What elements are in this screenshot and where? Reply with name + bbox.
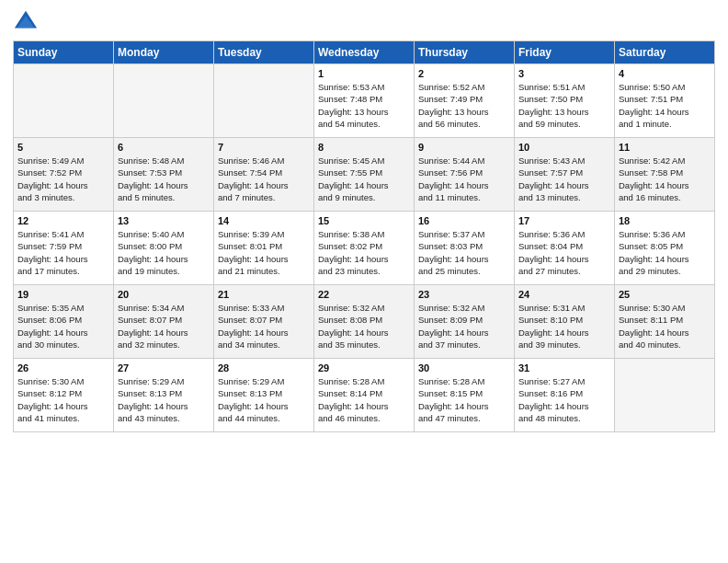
day-cell: 27Sunrise: 5:29 AMSunset: 8:13 PMDayligh… [114,359,214,432]
week-row: 12Sunrise: 5:41 AMSunset: 7:59 PMDayligh… [14,212,715,285]
day-cell [615,359,715,432]
day-info: Sunrise: 5:30 AMSunset: 8:11 PMDaylight:… [619,302,711,350]
day-number: 7 [218,142,310,153]
day-info: Sunrise: 5:35 AMSunset: 8:06 PMDaylight:… [17,302,109,350]
day-cell: 7Sunrise: 5:46 AMSunset: 7:54 PMDaylight… [214,138,314,212]
day-number: 12 [17,215,109,226]
day-number: 3 [518,68,610,79]
day-number: 4 [619,68,711,79]
day-cell [14,64,114,138]
calendar-header: SundayMondayTuesdayWednesdayThursdayFrid… [14,41,715,64]
day-of-week-wednesday: Wednesday [314,41,415,64]
day-number: 21 [218,289,310,300]
day-of-week-thursday: Thursday [415,41,515,64]
day-cell: 30Sunrise: 5:28 AMSunset: 8:15 PMDayligh… [415,359,515,432]
day-cell: 19Sunrise: 5:35 AMSunset: 8:06 PMDayligh… [14,285,114,359]
day-info: Sunrise: 5:36 AMSunset: 8:05 PMDaylight:… [619,228,711,277]
day-cell: 11Sunrise: 5:42 AMSunset: 7:58 PMDayligh… [615,138,715,212]
day-number: 27 [118,362,210,373]
day-info: Sunrise: 5:52 AMSunset: 7:49 PMDaylight:… [418,81,510,130]
day-of-week-tuesday: Tuesday [214,41,314,64]
day-cell: 14Sunrise: 5:39 AMSunset: 8:01 PMDayligh… [214,212,314,285]
day-number: 5 [17,142,109,153]
day-cell: 18Sunrise: 5:36 AMSunset: 8:05 PMDayligh… [615,212,715,285]
day-number: 15 [318,215,410,226]
day-info: Sunrise: 5:42 AMSunset: 7:58 PMDaylight:… [619,155,711,203]
day-cell: 2Sunrise: 5:52 AMSunset: 7:49 PMDaylight… [415,64,515,138]
day-cell: 16Sunrise: 5:37 AMSunset: 8:03 PMDayligh… [415,212,515,285]
day-number: 25 [619,289,711,300]
day-number: 10 [518,142,610,153]
day-of-week-sunday: Sunday [14,41,114,64]
day-cell: 10Sunrise: 5:43 AMSunset: 7:57 PMDayligh… [515,138,615,212]
day-cell: 1Sunrise: 5:53 AMSunset: 7:48 PMDaylight… [314,64,415,138]
day-number: 13 [118,215,210,226]
day-info: Sunrise: 5:40 AMSunset: 8:00 PMDaylight:… [118,228,210,277]
day-cell: 28Sunrise: 5:29 AMSunset: 8:13 PMDayligh… [214,359,314,432]
week-row: 19Sunrise: 5:35 AMSunset: 8:06 PMDayligh… [14,285,715,359]
day-info: Sunrise: 5:38 AMSunset: 8:02 PMDaylight:… [318,228,410,277]
day-number: 16 [418,215,510,226]
day-number: 17 [518,215,610,226]
day-of-week-monday: Monday [114,41,214,64]
day-number: 2 [418,68,510,79]
day-info: Sunrise: 5:45 AMSunset: 7:55 PMDaylight:… [318,155,410,203]
day-info: Sunrise: 5:46 AMSunset: 7:54 PMDaylight:… [218,155,310,203]
calendar-body: 1Sunrise: 5:53 AMSunset: 7:48 PMDaylight… [14,64,715,432]
day-cell: 26Sunrise: 5:30 AMSunset: 8:12 PMDayligh… [14,359,114,432]
day-info: Sunrise: 5:48 AMSunset: 7:53 PMDaylight:… [118,155,210,203]
day-info: Sunrise: 5:29 AMSunset: 8:13 PMDaylight:… [118,375,210,424]
week-row: 26Sunrise: 5:30 AMSunset: 8:12 PMDayligh… [14,359,715,432]
day-cell: 3Sunrise: 5:51 AMSunset: 7:50 PMDaylight… [515,64,615,138]
day-info: Sunrise: 5:43 AMSunset: 7:57 PMDaylight:… [518,155,610,203]
day-info: Sunrise: 5:30 AMSunset: 8:12 PMDaylight:… [17,375,109,424]
page: SundayMondayTuesdayWednesdayThursdayFrid… [0,0,728,563]
day-cell: 23Sunrise: 5:32 AMSunset: 8:09 PMDayligh… [415,285,515,359]
day-info: Sunrise: 5:37 AMSunset: 8:03 PMDaylight:… [418,228,510,277]
day-info: Sunrise: 5:32 AMSunset: 8:09 PMDaylight:… [418,302,510,350]
day-info: Sunrise: 5:33 AMSunset: 8:07 PMDaylight:… [218,302,310,350]
day-info: Sunrise: 5:27 AMSunset: 8:16 PMDaylight:… [518,375,610,424]
day-cell: 25Sunrise: 5:30 AMSunset: 8:11 PMDayligh… [615,285,715,359]
day-number: 18 [619,215,711,226]
day-cell: 4Sunrise: 5:50 AMSunset: 7:51 PMDaylight… [615,64,715,138]
day-number: 6 [118,142,210,153]
day-info: Sunrise: 5:34 AMSunset: 8:07 PMDaylight:… [118,302,210,350]
day-info: Sunrise: 5:53 AMSunset: 7:48 PMDaylight:… [318,81,410,130]
day-number: 28 [218,362,310,373]
day-cell: 6Sunrise: 5:48 AMSunset: 7:53 PMDaylight… [114,138,214,212]
day-cell: 24Sunrise: 5:31 AMSunset: 8:10 PMDayligh… [515,285,615,359]
day-number: 20 [118,289,210,300]
day-number: 19 [17,289,109,300]
day-number: 29 [318,362,410,373]
day-info: Sunrise: 5:32 AMSunset: 8:08 PMDaylight:… [318,302,410,350]
day-number: 14 [218,215,310,226]
day-info: Sunrise: 5:44 AMSunset: 7:56 PMDaylight:… [418,155,510,203]
day-number: 9 [418,142,510,153]
header-row: SundayMondayTuesdayWednesdayThursdayFrid… [14,41,715,64]
day-cell: 29Sunrise: 5:28 AMSunset: 8:14 PMDayligh… [314,359,415,432]
day-info: Sunrise: 5:28 AMSunset: 8:14 PMDaylight:… [318,375,410,424]
day-info: Sunrise: 5:28 AMSunset: 8:15 PMDaylight:… [418,375,510,424]
day-number: 1 [318,68,410,79]
day-cell: 31Sunrise: 5:27 AMSunset: 8:16 PMDayligh… [515,359,615,432]
day-cell: 20Sunrise: 5:34 AMSunset: 8:07 PMDayligh… [114,285,214,359]
day-cell: 13Sunrise: 5:40 AMSunset: 8:00 PMDayligh… [114,212,214,285]
day-info: Sunrise: 5:50 AMSunset: 7:51 PMDaylight:… [619,81,711,130]
day-number: 23 [418,289,510,300]
day-info: Sunrise: 5:41 AMSunset: 7:59 PMDaylight:… [17,228,109,277]
day-cell [214,64,314,138]
day-number: 11 [619,142,711,153]
day-of-week-friday: Friday [515,41,615,64]
header [13,9,715,35]
day-cell: 15Sunrise: 5:38 AMSunset: 8:02 PMDayligh… [314,212,415,285]
day-info: Sunrise: 5:36 AMSunset: 8:04 PMDaylight:… [518,228,610,277]
day-cell: 8Sunrise: 5:45 AMSunset: 7:55 PMDaylight… [314,138,415,212]
day-number: 26 [17,362,109,373]
week-row: 1Sunrise: 5:53 AMSunset: 7:48 PMDaylight… [14,64,715,138]
day-number: 30 [418,362,510,373]
day-cell: 22Sunrise: 5:32 AMSunset: 8:08 PMDayligh… [314,285,415,359]
day-number: 31 [518,362,610,373]
day-cell: 17Sunrise: 5:36 AMSunset: 8:04 PMDayligh… [515,212,615,285]
day-cell: 21Sunrise: 5:33 AMSunset: 8:07 PMDayligh… [214,285,314,359]
